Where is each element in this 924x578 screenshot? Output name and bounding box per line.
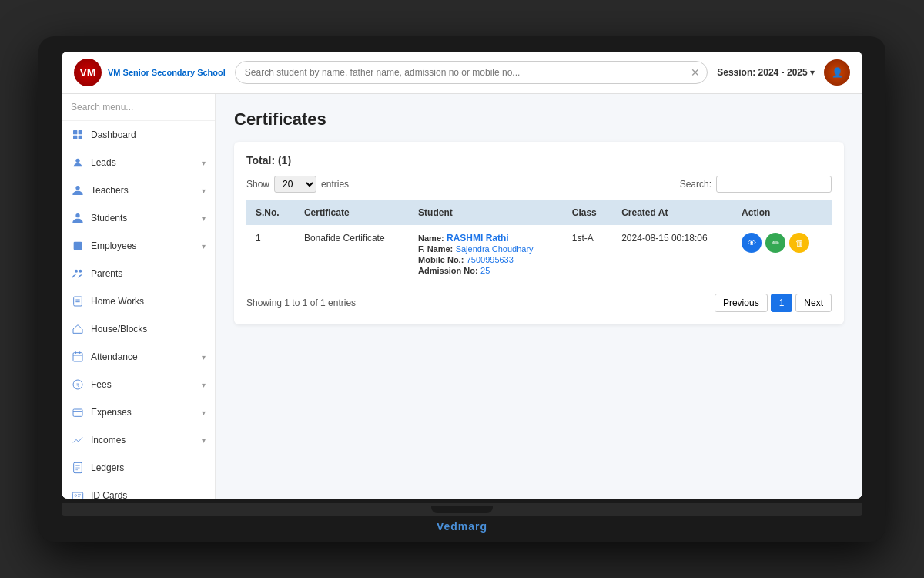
- svg-rect-2: [73, 136, 77, 139]
- prev-button[interactable]: Previous: [715, 294, 768, 312]
- sidebar-label: Expenses: [91, 407, 132, 418]
- cell-sno: 1: [246, 225, 295, 284]
- students-icon: [71, 211, 85, 225]
- table-search-input[interactable]: [716, 176, 832, 193]
- sidebar: Search menu... Dashboard Leads ▾: [62, 94, 216, 499]
- sidebar-item-parents[interactable]: Parents: [62, 260, 215, 287]
- svg-rect-0: [73, 130, 77, 134]
- col-class: Class: [563, 200, 612, 225]
- search-label: Search:: [680, 179, 711, 190]
- col-action: Action: [732, 200, 832, 225]
- svg-point-5: [75, 186, 79, 190]
- idcards-icon: [71, 489, 85, 499]
- sidebar-item-students[interactable]: Students ▾: [62, 204, 215, 232]
- cell-class: 1st-A: [563, 225, 612, 284]
- next-button[interactable]: Next: [795, 294, 832, 312]
- col-certificate: Certificate: [295, 200, 409, 225]
- svg-rect-3: [79, 136, 82, 139]
- sidebar-item-incomes[interactable]: Incomes ▾: [62, 426, 215, 454]
- school-name: VM Senior Secondary School: [108, 67, 226, 78]
- entries-select[interactable]: 20 50 100: [274, 176, 316, 193]
- top-bar: VM VM Senior Secondary School ✕ Session:…: [62, 52, 862, 94]
- sidebar-label: Students: [91, 213, 127, 223]
- sidebar-label: Fees: [91, 379, 112, 390]
- view-button[interactable]: 👁: [742, 233, 762, 253]
- chevron-icon: ▾: [202, 159, 206, 167]
- main-content: Search menu... Dashboard Leads ▾: [62, 94, 862, 499]
- svg-text:₹: ₹: [76, 383, 79, 388]
- edit-button[interactable]: ✏: [765, 233, 785, 253]
- homeworks-icon: [71, 294, 85, 308]
- sidebar-item-fees[interactable]: ₹ Fees ▾: [62, 371, 215, 398]
- sidebar-item-houseblocks[interactable]: House/Blocks: [62, 315, 215, 343]
- sidebar-item-expenses[interactable]: Expenses ▾: [62, 398, 215, 426]
- chevron-icon: ▾: [202, 242, 206, 250]
- sidebar-label: Parents: [91, 268, 122, 279]
- col-student: Student: [409, 200, 563, 225]
- sidebar-item-idcards[interactable]: ID Cards: [62, 482, 215, 499]
- cell-student: Name: RASHMI Rathi F. Name: Sajendra Cho…: [409, 225, 563, 284]
- logo-icon: VM: [74, 59, 102, 86]
- attendance-icon: [71, 350, 85, 364]
- sidebar-item-ledgers[interactable]: Ledgers: [62, 454, 215, 482]
- page-1-button[interactable]: 1: [771, 294, 793, 312]
- cell-certificate: Bonafide Certificate: [295, 225, 409, 284]
- screen: VM VM Senior Secondary School ✕ Session:…: [62, 52, 862, 499]
- show-entries: Show 20 50 100 entries: [246, 176, 349, 193]
- sidebar-label: Ledgers: [91, 462, 124, 473]
- logo-area: VM VM Senior Secondary School: [74, 59, 226, 86]
- showing-text: Showing 1 to 1 of 1 entries: [246, 297, 356, 308]
- session-info: Session: 2024 - 2025 ▾: [717, 67, 815, 78]
- page-title: Certificates: [234, 109, 844, 129]
- laptop-notch: [431, 506, 493, 513]
- leads-icon: [71, 156, 85, 170]
- sidebar-item-teachers[interactable]: Teachers ▾: [62, 176, 215, 204]
- sidebar-item-dashboard[interactable]: Dashboard: [62, 121, 215, 149]
- user-avatar[interactable]: 👤: [824, 59, 850, 86]
- sidebar-item-employees[interactable]: Employees ▾: [62, 232, 215, 260]
- sidebar-label: Home Works: [91, 296, 144, 307]
- sidebar-label: ID Cards: [91, 490, 127, 499]
- chevron-icon: ▾: [202, 353, 206, 361]
- certificates-card: Total: (1) Show 20 50 100 entries: [234, 142, 844, 324]
- svg-point-9: [75, 270, 78, 273]
- svg-rect-20: [73, 409, 82, 416]
- table-header-row: S.No. Certificate Student Class Created …: [246, 200, 832, 225]
- laptop-frame: VM VM Senior Secondary School ✕ Session:…: [38, 36, 886, 542]
- sidebar-label: Attendance: [91, 351, 138, 362]
- sidebar-label: Teachers: [91, 185, 129, 196]
- clear-search-icon[interactable]: ✕: [691, 66, 700, 79]
- chevron-icon: ▾: [202, 187, 206, 195]
- chevron-icon: ▾: [202, 214, 206, 223]
- global-search-input[interactable]: [235, 61, 708, 84]
- brand-name: Vedmarg: [437, 520, 487, 533]
- svg-point-4: [75, 159, 79, 163]
- sidebar-item-homeworks[interactable]: Home Works: [62, 287, 215, 315]
- svg-rect-1: [79, 130, 82, 134]
- table-controls: Show 20 50 100 entries Search:: [246, 176, 832, 193]
- svg-rect-7: [74, 242, 82, 250]
- sidebar-label: Employees: [91, 240, 136, 251]
- page-area: Certificates Total: (1) Show 20 50 100: [216, 94, 862, 499]
- svg-point-27: [75, 495, 77, 497]
- pagination: Previous 1 Next: [715, 294, 832, 312]
- employees-icon: [71, 239, 85, 253]
- certificates-table: S.No. Certificate Student Class Created …: [246, 200, 832, 284]
- sidebar-label: Dashboard: [91, 129, 136, 140]
- table-row: 1 Bonafide Certificate Name: RASHMI Rath…: [246, 225, 832, 284]
- sidebar-item-attendance[interactable]: Attendance ▾: [62, 343, 215, 371]
- dashboard-icon: [71, 128, 85, 142]
- delete-button[interactable]: 🗑: [789, 233, 809, 253]
- table-footer: Showing 1 to 1 of 1 entries Previous 1 N…: [246, 294, 832, 312]
- total-label: Total: (1): [246, 154, 291, 166]
- svg-rect-14: [73, 353, 82, 361]
- svg-point-6: [75, 213, 79, 217]
- cell-created-at: 2024-08-15 00:18:06: [612, 225, 732, 284]
- card-header: Total: (1): [246, 154, 832, 166]
- col-created-at: Created At: [612, 200, 732, 225]
- sidebar-search: Search menu...: [62, 94, 215, 121]
- sidebar-item-leads[interactable]: Leads ▾: [62, 149, 215, 176]
- entries-label: entries: [321, 179, 349, 190]
- col-sno: S.No.: [246, 200, 295, 225]
- global-search-bar: ✕: [235, 61, 708, 84]
